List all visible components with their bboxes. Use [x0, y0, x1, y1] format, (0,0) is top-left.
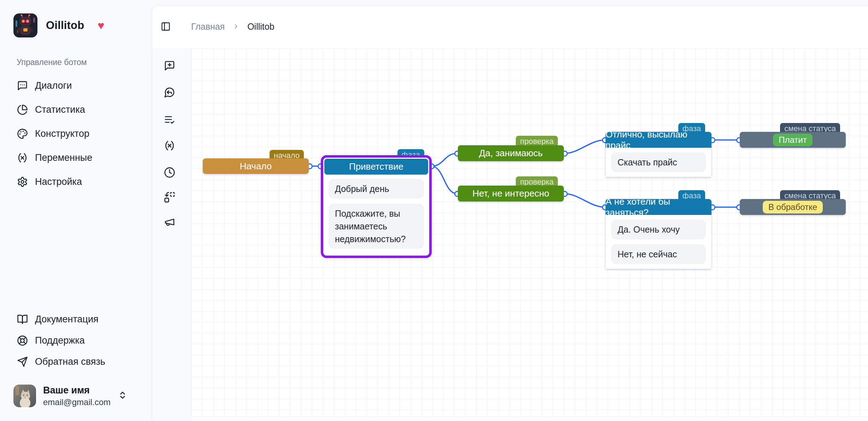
- heart-icon: ♥: [98, 19, 104, 32]
- sidebar-item-constructor[interactable]: Конструктор: [11, 123, 145, 144]
- flow-canvas[interactable]: начало фаза проверка проверка фаза фаза …: [191, 48, 868, 421]
- gear-icon: [17, 176, 28, 187]
- node-messages: Добрый день Подскажите, вы занимаетесь н…: [324, 175, 428, 255]
- chevrons-up-down-icon[interactable]: [118, 391, 127, 401]
- bot-avatar: [13, 13, 37, 37]
- sidebar-item-documentation[interactable]: Документация: [11, 309, 145, 330]
- flow-node-engage[interactable]: А не хотели бы заняться? Да. Очень хочу …: [606, 199, 711, 269]
- node-title: Начало: [240, 161, 272, 172]
- sidebar-item-label: Документация: [35, 314, 99, 325]
- palette-icon: [17, 128, 28, 139]
- main-header: Главная Oillitob: [152, 6, 868, 48]
- add-broadcast-node-button[interactable]: [164, 216, 175, 228]
- flow-node-check-yes[interactable]: Да, занимаюсь: [458, 145, 564, 161]
- breadcrumb-home-link[interactable]: Главная: [191, 22, 225, 32]
- edge-no-engage: [565, 194, 605, 207]
- flow-node-check-no[interactable]: Нет, не интересно: [458, 186, 564, 201]
- status-pill: Платит: [773, 134, 812, 146]
- user-name: Ваше имя: [43, 385, 111, 396]
- add-check-node-button[interactable]: [164, 87, 175, 98]
- node-toolbar: [152, 48, 191, 421]
- sidebar-item-label: Поддержка: [35, 335, 85, 346]
- variable-icon: [17, 152, 28, 163]
- add-variable-node-button[interactable]: [164, 140, 175, 151]
- send-icon: [17, 356, 28, 367]
- message-circle-reply-icon: [164, 87, 175, 98]
- add-message-node-button[interactable]: [164, 60, 175, 71]
- sidebar-item-label: Обратная связь: [35, 356, 105, 367]
- message-bubble[interactable]: Скачать прайс: [611, 152, 706, 172]
- add-delay-node-button[interactable]: [164, 167, 175, 178]
- breadcrumb: Главная Oillitob: [191, 22, 274, 32]
- node-header[interactable]: Приветствие: [324, 159, 428, 175]
- bot-name: Oillitob: [46, 19, 84, 32]
- sidebar-item-label: Диалоги: [35, 80, 72, 91]
- node-header[interactable]: А не хотели бы заняться?: [606, 199, 711, 215]
- sidebar-section-label: Управление ботом: [17, 58, 87, 67]
- robot-avatar-image: [13, 13, 37, 37]
- node-title: Да, занимаюсь: [479, 148, 543, 159]
- add-status-node-button[interactable]: [164, 192, 175, 203]
- message-bubble[interactable]: Добрый день: [329, 179, 424, 199]
- user-email: email@gmail.com: [43, 397, 111, 407]
- sidebar-item-statistics[interactable]: Статистика: [11, 99, 145, 120]
- sidebar-item-label: Конструктор: [35, 128, 89, 139]
- app: Oillitob ♥ Управление ботом Диалоги Стат…: [0, 0, 868, 421]
- message-square-more-icon: [17, 80, 28, 91]
- canvas-bottom-strip: [191, 416, 868, 421]
- sidebar-item-dialogs[interactable]: Диалоги: [11, 75, 145, 96]
- sidebar: Oillitob ♥ Управление ботом Диалоги Стат…: [0, 0, 152, 421]
- variable-icon: [164, 140, 175, 151]
- edge-yes-price: [565, 140, 605, 153]
- node-header[interactable]: Отлично, высылаю прайс: [606, 132, 711, 148]
- cat-avatar-image: [13, 385, 36, 407]
- flow-node-price[interactable]: Отлично, высылаю прайс Скачать прайс: [606, 132, 711, 177]
- message-bubble[interactable]: Подскажите, вы занимаетесь недвижимостью…: [329, 204, 424, 249]
- message-square-plus-icon: [164, 60, 175, 71]
- flow-edges: [191, 48, 868, 421]
- sidebar-item-label: Настройка: [35, 176, 82, 187]
- sidebar-item-variables[interactable]: Переменные: [11, 147, 145, 168]
- panel-left-icon: [161, 22, 171, 31]
- sidebar-item-support[interactable]: Поддержка: [11, 330, 145, 351]
- flow-node-status-pays[interactable]: Платит: [740, 132, 846, 148]
- message-bubble[interactable]: Нет, не сейчас: [611, 244, 706, 264]
- sidebar-item-feedback[interactable]: Обратная связь: [11, 351, 145, 372]
- bot-brand: Oillitob ♥: [13, 13, 104, 37]
- life-buoy-icon: [17, 335, 28, 346]
- user-menu[interactable]: Ваше имя email@gmail.com: [11, 382, 145, 410]
- sidebar-toggle-button[interactable]: [161, 22, 171, 32]
- sidebar-item-label: Переменные: [35, 152, 92, 163]
- status-pill: В обработке: [763, 201, 823, 214]
- node-title: Нет, не интересно: [472, 188, 549, 199]
- node-messages: Скачать прайс: [606, 148, 711, 177]
- megaphone-icon: [164, 216, 175, 228]
- edge-greeting-no: [431, 166, 457, 194]
- user-info: Ваше имя email@gmail.com: [43, 385, 111, 407]
- sidebar-item-label: Статистика: [35, 104, 85, 115]
- clock-icon: [164, 167, 175, 178]
- message-bubble[interactable]: Да. Очень хочу: [611, 220, 706, 239]
- flow-node-start[interactable]: Начало: [203, 158, 309, 174]
- node-title: Отлично, высылаю прайс: [606, 129, 711, 151]
- node-title: А не хотели бы заняться?: [606, 196, 711, 218]
- node-messages: Да. Очень хочу Нет, не сейчас: [606, 215, 711, 269]
- pie-chart-icon: [17, 104, 28, 115]
- list-check-icon: [164, 114, 175, 125]
- sidebar-item-settings[interactable]: Настройка: [11, 171, 145, 192]
- add-list-node-button[interactable]: [164, 114, 175, 125]
- flow-node-status-processing[interactable]: В обработке: [740, 199, 846, 215]
- user-avatar: [13, 385, 36, 407]
- edge-greeting-yes: [431, 153, 457, 166]
- main-panel: Главная Oillitob: [152, 6, 868, 421]
- replace-icon: [164, 192, 175, 203]
- chevron-right-icon: [232, 22, 240, 31]
- breadcrumb-current: Oillitob: [247, 22, 274, 32]
- node-title: Приветствие: [349, 161, 403, 172]
- flow-node-greeting-selected[interactable]: Приветствие Добрый день Подскажите, вы з…: [321, 155, 432, 258]
- book-open-icon: [17, 314, 28, 325]
- builder-area: начало фаза проверка проверка фаза фаза …: [152, 48, 868, 421]
